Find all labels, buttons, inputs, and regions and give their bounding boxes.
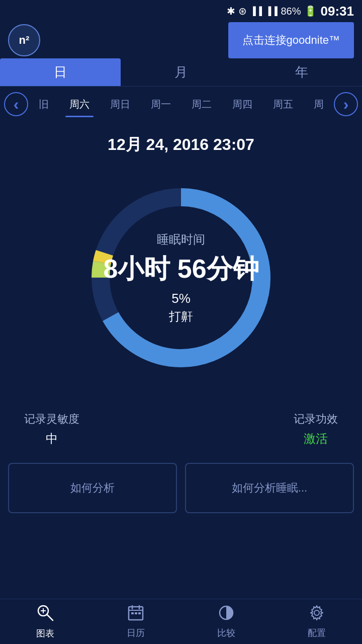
week-days-list: 旧 周六 周日 周一 周二 周四 周五 周 xyxy=(28,96,334,113)
svg-point-16 xyxy=(314,610,319,615)
compare-label: 比较 xyxy=(217,627,235,639)
efficiency-item: 记录功效 激活 xyxy=(294,412,338,447)
week-day-sun[interactable]: 周日 xyxy=(106,96,134,113)
current-date: 12月 24, 2016 23:07 xyxy=(0,122,362,164)
week-day-sat[interactable]: 周六 xyxy=(65,96,94,113)
charts-label: 图表 xyxy=(36,627,54,639)
settings-icon xyxy=(308,604,325,625)
wifi-icon: ⊛ xyxy=(238,5,247,17)
bottom-navigation: 图表 日历 比较 xyxy=(0,599,362,644)
svg-rect-14 xyxy=(138,612,141,614)
svg-rect-13 xyxy=(135,612,137,614)
app-logo: n² xyxy=(8,24,40,56)
bluetooth-icon: ✱ xyxy=(227,5,235,17)
calendar-label: 日历 xyxy=(127,627,145,639)
sensitivity-label: 记录灵敏度 xyxy=(24,412,79,427)
tab-day[interactable]: 日 xyxy=(0,58,121,86)
week-day-mon[interactable]: 周一 xyxy=(147,96,175,113)
card-right[interactable]: 如何分析睡眠... xyxy=(185,463,354,513)
efficiency-label: 记录功效 xyxy=(294,412,338,427)
svg-line-5 xyxy=(47,614,53,620)
status-time: 09:31 xyxy=(321,4,354,19)
sleep-chart-area: 睡眠时间 8小时 56分钟 5% 打鼾 xyxy=(0,164,362,395)
view-tabs: 日 月 年 xyxy=(0,58,362,87)
calendar-icon xyxy=(127,604,144,625)
app-header: n² 点击连接goodnite™ xyxy=(0,22,362,58)
tab-year[interactable]: 年 xyxy=(241,58,362,86)
donut-svg xyxy=(75,172,287,383)
nav-item-compare[interactable]: 比较 xyxy=(181,599,272,644)
week-day-week[interactable]: 周 xyxy=(310,96,328,113)
status-icons: ✱ ⊛ ▐▐ ▐▐ 86% 🔋 xyxy=(227,5,316,17)
week-navigation: ‹ 旧 周六 周日 周一 周二 周四 周五 周 › xyxy=(0,87,362,122)
svg-rect-12 xyxy=(131,612,134,614)
info-row: 记录灵敏度 中 记录功效 激活 xyxy=(0,404,362,455)
week-day-thu[interactable]: 周四 xyxy=(228,96,256,113)
battery-icon: 🔋 xyxy=(304,5,317,17)
nav-item-charts[interactable]: 图表 xyxy=(0,599,90,644)
status-bar: ✱ ⊛ ▐▐ ▐▐ 86% 🔋 09:31 xyxy=(0,0,362,22)
week-day-old[interactable]: 旧 xyxy=(35,96,53,113)
signal2-icon: ▐▐ xyxy=(265,7,278,16)
tab-month[interactable]: 月 xyxy=(121,58,241,86)
efficiency-value: 激活 xyxy=(294,431,338,447)
sensitivity-item: 记录灵敏度 中 xyxy=(24,412,79,447)
donut-chart: 睡眠时间 8小时 56分钟 5% 打鼾 xyxy=(75,172,287,383)
battery-percentage: 86% xyxy=(281,6,301,17)
week-day-tue[interactable]: 周二 xyxy=(188,96,216,113)
connect-button[interactable]: 点击连接goodnite™ xyxy=(228,22,354,58)
week-day-fri[interactable]: 周五 xyxy=(269,96,297,113)
signal1-icon: ▐▐ xyxy=(250,7,262,16)
nav-item-settings[interactable]: 配置 xyxy=(272,599,362,644)
nav-item-calendar[interactable]: 日历 xyxy=(90,599,181,644)
settings-label: 配置 xyxy=(308,627,326,639)
cards-row: 如何分析 如何分析睡眠... xyxy=(0,455,362,513)
card-left[interactable]: 如何分析 xyxy=(8,463,177,513)
compare-icon xyxy=(218,604,235,625)
sensitivity-value: 中 xyxy=(24,431,79,447)
prev-week-button[interactable]: ‹ xyxy=(4,92,28,116)
next-week-button[interactable]: › xyxy=(334,92,358,116)
charts-icon xyxy=(36,604,54,625)
